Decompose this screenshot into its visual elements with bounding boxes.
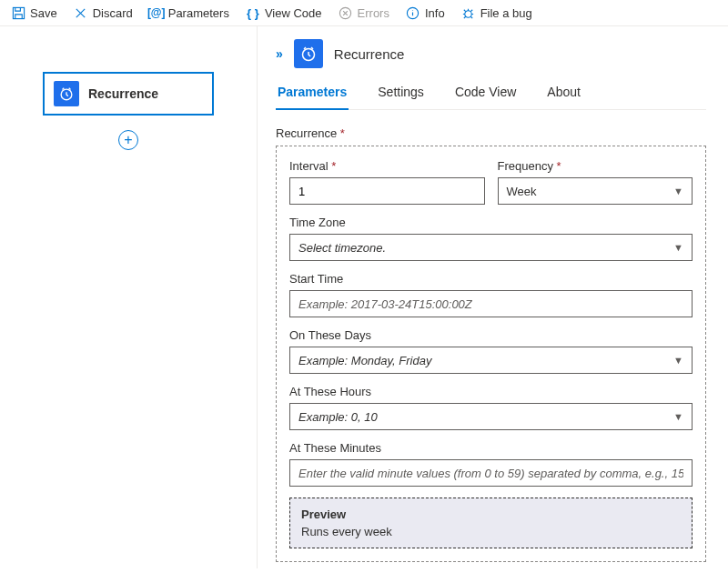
discard-icon (74, 5, 88, 20)
days-label: On These Days (289, 328, 693, 342)
frequency-label: Frequency * (498, 159, 693, 173)
timezone-select[interactable]: Select timezone. ▼ (289, 234, 693, 261)
start-time-input[interactable] (289, 290, 693, 317)
info-icon (406, 5, 420, 20)
bug-icon (461, 5, 476, 20)
parameters-label: Parameters (168, 6, 229, 20)
panel-icon (294, 39, 323, 68)
errors-label: Errors (358, 6, 389, 20)
timezone-placeholder: Select timezone. (298, 241, 386, 255)
minutes-input[interactable] (289, 459, 693, 487)
errors-button: Errors (339, 5, 389, 20)
timezone-label: Time Zone (289, 216, 693, 229)
preview-title: Preview (301, 508, 681, 521)
panel-header: » Recurrence (276, 39, 706, 68)
frequency-value: Week (507, 185, 537, 198)
toolbar: Save Discard [@] Parameters { } View Cod… (0, 0, 728, 26)
hours-placeholder: Example: 0, 10 (298, 410, 378, 424)
frequency-select[interactable]: Week ▼ (498, 177, 693, 205)
minutes-label: At These Minutes (289, 441, 693, 455)
tabs: Parameters Settings Code View About (276, 85, 706, 110)
chevron-down-icon: ▼ (673, 411, 683, 422)
save-label: Save (30, 6, 57, 20)
chevron-down-icon: ▼ (673, 186, 683, 196)
preview-box: Preview Runs every week (289, 498, 693, 548)
view-code-label: View Code (265, 6, 322, 20)
interval-input[interactable] (289, 177, 485, 205)
discard-label: Discard (93, 6, 133, 20)
discard-button[interactable]: Discard (74, 5, 133, 20)
properties-panel: » Recurrence Parameters Settings Code Vi… (258, 26, 728, 568)
interval-label: Interval * (289, 159, 485, 173)
node-title: Recurrence (88, 86, 158, 101)
parameters-icon: [@] (149, 5, 164, 20)
info-button[interactable]: Info (406, 5, 445, 20)
days-placeholder: Example: Monday, Friday (298, 354, 431, 367)
file-bug-label: File a bug (480, 6, 532, 20)
tab-about[interactable]: About (545, 85, 582, 109)
file-bug-button[interactable]: File a bug (461, 5, 532, 20)
view-code-button[interactable]: { } View Code (246, 5, 322, 20)
save-button[interactable]: Save (11, 5, 57, 20)
parameters-button[interactable]: [@] Parameters (149, 5, 229, 20)
main: Recurrence + » Recurrence Parameters Set… (0, 26, 728, 568)
hours-label: At These Hours (289, 385, 693, 398)
errors-icon (339, 5, 353, 20)
section-label: Recurrence * (276, 126, 706, 140)
info-label: Info (425, 6, 445, 20)
collapse-icon[interactable]: » (276, 46, 283, 61)
panel-title: Recurrence (334, 46, 405, 62)
recurrence-node[interactable]: Recurrence (43, 72, 214, 116)
start-time-label: Start Time (289, 272, 693, 286)
tab-code-view[interactable]: Code View (453, 85, 518, 109)
canvas: Recurrence + (0, 26, 258, 568)
preview-text: Runs every week (301, 525, 681, 538)
hours-select[interactable]: Example: 0, 10 ▼ (289, 403, 693, 430)
plus-icon: + (124, 132, 132, 148)
chevron-down-icon: ▼ (673, 355, 683, 366)
chevron-down-icon: ▼ (673, 242, 683, 253)
recurrence-group: Interval * Frequency * Week ▼ Time Zone … (276, 146, 706, 562)
add-step-button[interactable]: + (118, 130, 138, 150)
tab-parameters[interactable]: Parameters (276, 85, 349, 110)
required-marker: * (340, 126, 345, 140)
braces-icon: { } (246, 5, 260, 20)
recurrence-node-icon (54, 81, 79, 106)
days-select[interactable]: Example: Monday, Friday ▼ (289, 347, 693, 374)
tab-settings[interactable]: Settings (376, 85, 426, 109)
svg-point-3 (465, 10, 472, 17)
save-icon (11, 5, 25, 20)
